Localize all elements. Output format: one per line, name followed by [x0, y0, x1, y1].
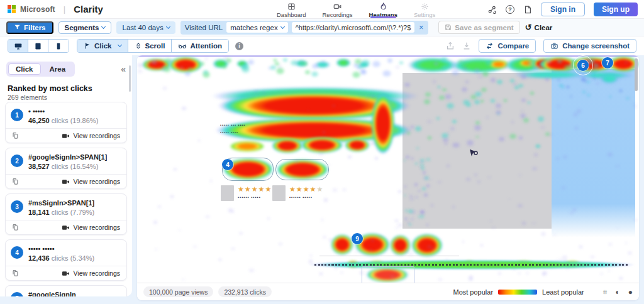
heat-noise-dot — [480, 87, 487, 92]
heat-noise-dot — [628, 251, 632, 255]
heat-noise-dot — [340, 271, 343, 274]
brightness-icon[interactable]: ◐ — [616, 288, 620, 296]
list-item[interactable]: 3 #msSignIn>SPAN[1] 18,141 clicks (7.79%… — [5, 193, 127, 235]
app-title: Clarity — [74, 4, 103, 14]
tab-area[interactable]: Area — [42, 63, 74, 75]
heatmap-toolbar: Click Scroll Attention i Compare Change … — [0, 36, 644, 55]
heat-legend: Most popular Least popular — [453, 288, 584, 296]
heat-blob — [272, 138, 303, 153]
click-mode-button[interactable]: Click — [77, 40, 128, 52]
share-icon[interactable] — [446, 41, 455, 50]
heat-noise-dot — [486, 116, 489, 119]
sign-in-button[interactable]: Sign in — [541, 3, 585, 16]
view-recordings-button[interactable]: View recordings — [62, 269, 120, 277]
contrast-icon[interactable]: ● — [628, 288, 633, 296]
heat-noise-dot — [485, 60, 493, 66]
heat-noise-dot — [223, 57, 227, 60]
heat-noise-dot — [432, 80, 436, 84]
heat-noise-dot — [511, 121, 514, 124]
url-value-input[interactable]: ^https://clarity\.microsoft\.com/(\?.*)?… — [292, 22, 415, 33]
map-badge-9[interactable]: 9 — [352, 233, 363, 244]
info-icon[interactable]: i — [235, 42, 243, 50]
attention-mode-button[interactable]: Attention — [172, 40, 228, 52]
change-screenshot-button[interactable]: Change screenshot — [543, 39, 636, 53]
share-link-icon[interactable] — [487, 5, 497, 14]
sign-up-button[interactable]: Sign up — [594, 3, 638, 16]
panel-scrollbar[interactable] — [129, 65, 131, 92]
list-item[interactable]: 2 #googleSignIn>SPAN[1] 38,527 clicks (1… — [5, 148, 127, 189]
heat-noise-dot — [193, 245, 197, 247]
heat-noise-dot — [430, 179, 432, 181]
heat-noise-dot — [452, 142, 460, 149]
heat-noise-dot — [579, 245, 584, 249]
heatmap-viewport[interactable]: ★★★★★ •••••• ••••• ★★★★★ •••••• ••••• ••… — [137, 55, 639, 283]
video-camera-icon — [62, 270, 70, 277]
filters-button[interactable]: Filters — [6, 21, 53, 34]
heat-noise-dot — [309, 254, 313, 257]
compare-button[interactable]: Compare — [479, 39, 536, 53]
heat-noise-dot — [533, 153, 538, 156]
copy-icon[interactable] — [12, 269, 19, 277]
heat-noise-dot — [411, 157, 414, 160]
heat-noise-dot — [164, 58, 172, 65]
nav-settings[interactable]: Settings — [413, 0, 436, 19]
map-badge-6[interactable]: 6 — [577, 60, 589, 71]
collapse-panel-icon[interactable]: « — [121, 64, 126, 74]
heat-noise-dot — [430, 204, 435, 207]
rank-badge: 2 — [11, 155, 23, 167]
copy-icon[interactable] — [12, 132, 19, 139]
map-badge-7[interactable]: 7 — [602, 57, 613, 68]
heat-noise-dot — [574, 126, 578, 129]
heat-noise-dot — [372, 60, 381, 68]
scroll-mode-button[interactable]: Scroll — [128, 40, 172, 52]
device-desktop-button[interactable] — [8, 40, 28, 52]
help-icon[interactable]: ? — [506, 5, 514, 14]
save-as-segment-button[interactable]: Save as segment — [438, 21, 519, 34]
list-item[interactable]: 4 ••••• ••••• 12,436 clicks (5.34%) View… — [5, 239, 127, 281]
legend-least-label: Least popular — [542, 288, 584, 296]
heat-noise-dot — [387, 58, 393, 63]
heat-noise-dot — [395, 65, 400, 70]
copy-icon[interactable] — [12, 178, 19, 185]
view-recordings-button[interactable]: View recordings — [62, 224, 120, 231]
heat-noise-dot — [374, 156, 379, 160]
map-badge-4[interactable]: 4 — [222, 159, 233, 170]
heat-noise-dot — [504, 66, 508, 69]
compare-arrows-icon — [486, 42, 494, 50]
list-item[interactable]: 5 #googleSignIn 11,858 clicks (5.09%) Vi… — [5, 285, 127, 296]
copy-icon[interactable] — [12, 224, 19, 231]
download-icon[interactable] — [462, 41, 471, 50]
segments-dropdown[interactable]: Segments — [58, 21, 112, 34]
heat-noise-dot — [545, 132, 550, 136]
tab-click[interactable]: Click — [8, 63, 41, 75]
date-range-dropdown[interactable]: Last 40 days — [116, 21, 175, 34]
grid-settings-icon[interactable]: ⌗ — [603, 288, 608, 296]
clear-filters-button[interactable]: ↺ Clear — [525, 23, 553, 32]
heat-noise-dot — [469, 275, 473, 278]
heat-noise-dot — [248, 268, 255, 273]
heat-noise-dot — [608, 269, 611, 272]
legend-most-label: Most popular — [453, 288, 493, 296]
nav-heatmaps[interactable]: Heatmaps — [368, 0, 399, 19]
heat-noise-dot — [557, 79, 560, 82]
match-type-dropdown[interactable]: matches regex — [226, 22, 287, 33]
remove-filter-icon[interactable]: × — [418, 23, 424, 32]
heat-noise-dot — [352, 71, 361, 79]
nav-dashboard[interactable]: Dashboard — [275, 0, 307, 19]
heat-noise-dot — [222, 65, 227, 68]
heat-noise-dot — [162, 86, 167, 90]
heat-noise-dot — [205, 215, 210, 219]
review-card: ★★★★★ •••••• ••••• — [272, 185, 323, 201]
nav-recordings[interactable]: Recordings — [321, 0, 353, 19]
heat-noise-dot — [462, 62, 467, 65]
heat-noise-dot — [218, 258, 222, 261]
heatmap-scrollbar[interactable] — [635, 58, 638, 91]
view-recordings-button[interactable]: View recordings — [62, 178, 120, 185]
list-item[interactable]: 1 • ••••• 46,250 clicks (19.86%) View re… — [5, 102, 127, 143]
device-mobile-button[interactable] — [48, 40, 69, 52]
device-tablet-button[interactable] — [28, 40, 48, 52]
masked-review-text: •••••• ••••• — [238, 195, 272, 199]
view-recordings-button[interactable]: View recordings — [62, 132, 120, 139]
clicks-chip: 232,913 clicks — [218, 286, 272, 297]
feedback-doc-icon[interactable] — [523, 5, 532, 14]
